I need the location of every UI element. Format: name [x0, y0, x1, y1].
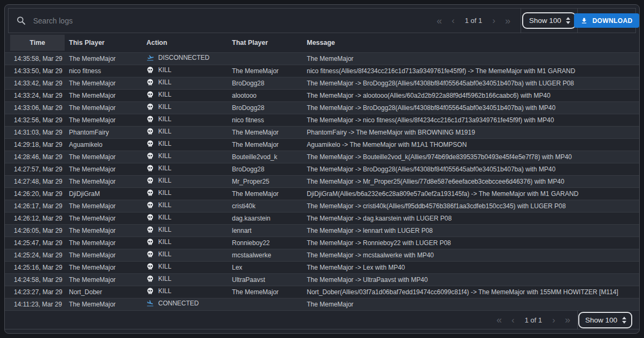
that-player-cell: Ronnieboy22	[228, 237, 302, 249]
download-button[interactable]: DOWNLOAD	[574, 13, 639, 28]
skull-icon	[146, 177, 154, 184]
action-label: KILL	[158, 103, 172, 111]
message-cell: nico fitness(Allies/8f4234cc216c1d713a93…	[302, 65, 639, 77]
time-cell: 14:28:46, Mar 29	[5, 151, 65, 163]
this-player-cell: The MemeMajor	[65, 273, 142, 286]
time-cell: 14:11:23, Mar 29	[5, 298, 65, 310]
page-indicator: 1 of 1	[465, 17, 483, 25]
that-player-cell: mcstaalwerke	[228, 249, 302, 261]
download-cell: DOWNLOAD	[578, 9, 635, 33]
page-indicator-bottom: 1 of 1	[525, 316, 542, 324]
time-cell: 14:33:42, Mar 29	[5, 77, 65, 89]
this-player-cell: The MemeMajor	[65, 298, 142, 310]
that-player-cell: BroDogg28	[228, 101, 302, 114]
message-cell: The MemeMajor -> Ronnieboy22 with LUGER …	[302, 237, 639, 249]
plane-arrival-icon	[146, 300, 154, 307]
prev-page-button[interactable]: ‹	[447, 14, 460, 27]
page-size-select-bottom[interactable]: Show 100	[578, 312, 632, 328]
action-label: KILL	[158, 263, 172, 270]
column-header-message[interactable]: Message	[302, 33, 639, 52]
this-player-cell: nico fitness	[65, 65, 142, 77]
message-cell: The MemeMajor	[302, 298, 639, 310]
skull-icon	[146, 226, 154, 233]
this-player-cell: Nort_Dober	[65, 286, 142, 298]
this-player-cell: The MemeMajor	[65, 77, 142, 89]
message-cell: The MemeMajor -> alootooo(Allies/60a2d2b…	[302, 89, 639, 101]
log-row: 14:26:20, Mar 29DjiDjiGraM KILLThe MemeM…	[5, 187, 639, 200]
that-player-cell: Mr_Proper25	[228, 175, 302, 187]
column-header-time-label: Time	[10, 35, 65, 51]
column-header-action[interactable]: Action	[142, 33, 228, 52]
time-cell: 14:31:03, Mar 29	[5, 126, 65, 138]
action-label: KILL	[158, 115, 172, 123]
action-cell: KILL	[142, 249, 228, 261]
column-header-that-player[interactable]: That Player	[228, 33, 302, 52]
that-player-cell: The MemeMajor	[228, 65, 302, 77]
this-player-cell: The MemeMajor	[65, 52, 142, 65]
message-cell: The MemeMajor -> Bouteille2vod_k(Allies/…	[302, 151, 639, 163]
that-player-cell: The MemeMajor	[228, 286, 302, 298]
skull-icon	[146, 128, 154, 135]
skull-icon	[146, 140, 154, 147]
skull-icon	[146, 152, 154, 160]
last-page-button-bottom[interactable]: »	[560, 313, 575, 327]
page-size-value-bottom: Show 100	[585, 316, 617, 324]
time-cell: 14:35:58, Mar 29	[5, 52, 65, 65]
action-cell: KILL	[142, 187, 228, 200]
log-row: 14:27:48, Mar 29The MemeMajor KILLMr_Pro…	[5, 175, 639, 187]
action-cell: KILL	[142, 126, 228, 138]
time-cell: 14:25:47, Mar 29	[5, 237, 65, 249]
last-page-button[interactable]: »	[500, 14, 515, 28]
that-player-cell: lennart	[228, 224, 302, 237]
pagination-top: « ‹ 1 of 1 › »	[426, 9, 521, 33]
search-input[interactable]	[33, 17, 419, 25]
this-player-cell: The MemeMajor	[65, 249, 142, 261]
download-label: DOWNLOAD	[592, 17, 632, 25]
toolbar: « ‹ 1 of 1 › » Show 100 DOWNLOAD	[8, 8, 636, 33]
this-player-cell: The MemeMajor	[65, 89, 142, 101]
that-player-cell: The MemeMajor	[228, 126, 302, 138]
log-row: 14:27:57, Mar 29The MemeMajor KILLBroDog…	[5, 163, 639, 175]
log-row: 14:25:24, Mar 29The MemeMajor KILLmcstaa…	[5, 249, 639, 261]
next-page-button[interactable]: ›	[487, 14, 500, 27]
action-label: KILL	[158, 250, 172, 258]
time-cell: 14:23:27, Mar 29	[5, 286, 65, 298]
next-page-button-bottom[interactable]: ›	[547, 313, 560, 327]
message-cell: The MemeMajor -> UltraPaavst with MP40	[302, 273, 639, 286]
first-page-button[interactable]: «	[432, 14, 447, 28]
message-cell: The MemeMajor -> mcstaalwerke with MP40	[302, 249, 639, 261]
column-header-time[interactable]: Time	[5, 33, 65, 52]
that-player-cell: nico fitness	[228, 114, 302, 126]
this-player-cell: DjiDjiGraM	[65, 187, 142, 200]
action-label: KILL	[158, 238, 172, 246]
action-label: KILL	[158, 214, 172, 221]
action-label: KILL	[158, 201, 172, 209]
message-cell: The MemeMajor	[302, 52, 639, 65]
action-cell: KILL	[142, 151, 228, 163]
that-player-cell: Bouteille2vod_k	[228, 151, 302, 163]
column-header-this-player[interactable]: This Player	[65, 33, 142, 52]
log-row: 14:33:06, Mar 29The MemeMajor KILLBroDog…	[5, 101, 639, 114]
action-label: KILL	[158, 275, 172, 282]
first-page-button-bottom[interactable]: «	[492, 313, 507, 327]
log-row: 14:25:47, Mar 29The MemeMajor KILLRonnie…	[5, 237, 639, 249]
time-cell: 14:26:20, Mar 29	[5, 187, 65, 200]
page-size-cell-bottom: Show 100	[577, 311, 633, 329]
table-header-row: Time This Player Action That Player Mess…	[5, 33, 639, 52]
page-size-select[interactable]: Show 100	[522, 12, 576, 29]
this-player-cell: The MemeMajor	[65, 151, 142, 163]
this-player-cell: PhantomFairy	[65, 126, 142, 138]
action-label: KILL	[158, 287, 172, 295]
time-cell: 14:27:57, Mar 29	[5, 163, 65, 175]
skull-icon	[146, 238, 154, 246]
prev-page-button-bottom[interactable]: ‹	[507, 313, 519, 327]
action-label: KILL	[158, 91, 172, 98]
log-row: 14:25:16, Mar 29The MemeMajor KILLLexThe…	[5, 261, 639, 273]
time-cell: 14:26:17, Mar 29	[5, 200, 65, 212]
pagination-bottom: « ‹ 1 of 1 › »	[486, 311, 577, 329]
skull-icon	[146, 164, 154, 172]
log-row: 14:26:05, Mar 29The MemeMajor KILLlennar…	[5, 224, 639, 237]
action-cell: KILL	[142, 175, 228, 187]
log-row: 14:29:18, Mar 29Aguamikelo KILLThe MemeM…	[5, 138, 639, 151]
action-cell: KILL	[142, 101, 228, 114]
